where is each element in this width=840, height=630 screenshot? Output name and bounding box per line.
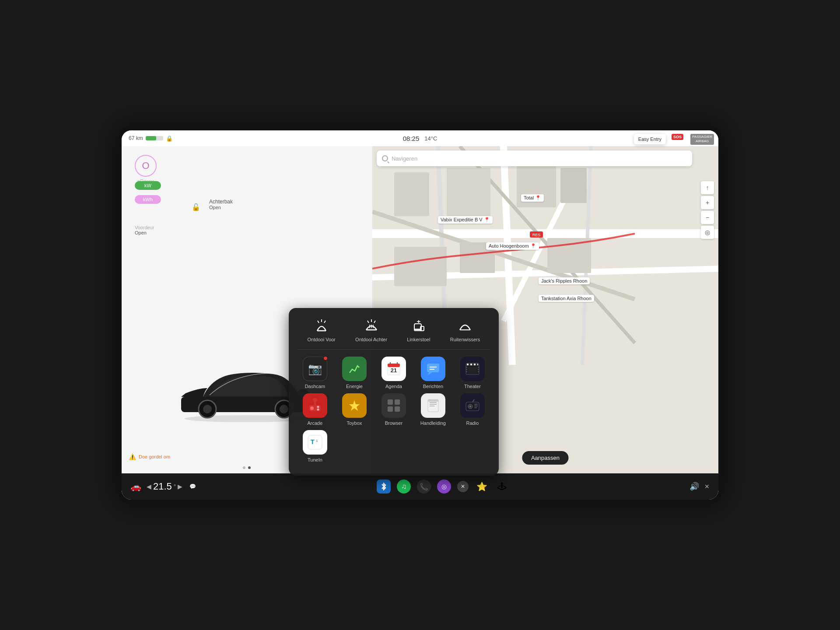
app-radio[interactable]: Radio — [455, 393, 490, 426]
quick-ontdooi-achter[interactable]: Ontdooi Achter — [355, 317, 387, 342]
spotify-icon[interactable]: ♫ — [397, 480, 411, 494]
browser-icon-wrapper — [382, 393, 406, 418]
arcade-taskbar-icon[interactable]: 🕹 — [495, 480, 509, 494]
svg-rect-73 — [395, 399, 400, 405]
aanpassen-button[interactable]: Aanpassen — [522, 451, 568, 465]
ruitenwissers-label: Ruitenwissers — [450, 337, 480, 342]
volume-icon: 🔊 — [690, 482, 699, 491]
app-toybox[interactable]: Toybox — [337, 393, 372, 426]
ruitenwissers-icon — [454, 317, 476, 334]
quick-controls-row: Ontdooi Voor — [298, 317, 490, 350]
map-zoom-in[interactable]: + — [701, 196, 714, 209]
dashcam-icon: 📷 — [308, 362, 322, 376]
taskbar-temperature: 21.5 — [153, 481, 172, 492]
tunein-icon-wrapper: T 1 — [303, 430, 327, 455]
dashcam-label: Dashcam — [305, 384, 325, 389]
linkerstoel-label: Linkerstoel — [407, 337, 430, 342]
temp-display: 14°C — [424, 135, 437, 142]
achterbak-label: Achterbak Open — [209, 199, 233, 210]
berichten-icon-wrapper — [421, 357, 445, 381]
lock-body-icon: 🔓 — [192, 203, 200, 211]
handleiding-manual-icon — [426, 398, 441, 413]
svg-text:1: 1 — [316, 439, 318, 443]
svg-rect-57 — [466, 367, 467, 368]
map-controls: ↑ + − ◎ — [701, 181, 714, 239]
close-button[interactable]: ✕ — [457, 481, 469, 492]
taskbar-chat-icon: 💬 — [189, 483, 196, 490]
svg-point-65 — [310, 406, 314, 410]
quick-ruitenwissers[interactable]: Ruitenwissers — [450, 317, 480, 342]
svg-rect-19 — [560, 168, 587, 203]
app-theater[interactable]: Theater — [455, 357, 490, 389]
svg-marker-48 — [427, 372, 432, 375]
browser-grid-icon — [386, 398, 401, 413]
voordeur-label: Voordeur Open — [135, 225, 154, 235]
tesla-logo: O — [135, 155, 157, 177]
app-browser[interactable]: Browser — [376, 393, 411, 426]
mute-icon: ✕ — [704, 483, 710, 490]
svg-rect-80 — [428, 399, 438, 402]
svg-line-35 — [374, 321, 375, 323]
map-location[interactable]: ◎ — [701, 226, 714, 239]
search-bar[interactable]: Navigeren — [377, 150, 692, 166]
map-zoom-out[interactable]: − — [701, 211, 714, 224]
media-icon[interactable]: ◎ — [437, 480, 451, 494]
theater-film-icon — [465, 361, 480, 377]
svg-rect-62 — [478, 371, 479, 372]
ontdooi-achter-label: Ontdooi Achter — [355, 337, 387, 342]
app-berichten[interactable]: Berichten — [416, 357, 451, 389]
ontdooi-voor-icon — [311, 317, 332, 334]
svg-point-67 — [317, 409, 319, 411]
warning-icon: ⚠️ — [129, 453, 136, 460]
arcade-icon-wrapper — [303, 393, 327, 418]
airbag-badge: PASSAGIERAIRBAG — [690, 134, 714, 145]
svg-text:21: 21 — [391, 367, 397, 374]
app-handleiding[interactable]: Handleiding — [416, 393, 451, 426]
lock-icon: 🔒 — [166, 135, 173, 142]
map-label-total: Total 📍 — [521, 194, 544, 202]
chip-kwh: kWh — [135, 195, 161, 204]
app-arcade[interactable]: Arcade — [298, 393, 332, 426]
app-agenda[interactable]: 21 Agenda — [376, 357, 411, 389]
arcade-joystick-icon — [308, 398, 322, 413]
app-energie[interactable]: Energie — [337, 357, 372, 389]
radio-icon — [465, 398, 480, 413]
svg-rect-84 — [474, 404, 478, 405]
app-tunein[interactable]: T 1 TuneIn — [298, 430, 332, 462]
map-label-jacks: Jack's Ripples Rhoon — [539, 277, 590, 284]
agenda-calendar-icon: 21 — [386, 361, 402, 377]
svg-point-4 — [280, 405, 288, 413]
dashcam-badge — [323, 356, 328, 360]
dashcam-icon-wrapper: 📷 — [303, 357, 327, 381]
svg-point-2 — [203, 405, 212, 413]
map-north-btn[interactable]: ↑ — [701, 181, 714, 194]
toybox-taskbar-icon[interactable]: ⭐ — [475, 480, 489, 494]
taskbar-temp-area: ◀ 21.5 ° ▶ — [147, 481, 182, 492]
bluetooth-icon[interactable] — [377, 480, 391, 494]
svg-rect-63 — [468, 367, 477, 374]
svg-rect-53 — [467, 364, 469, 365]
status-left: 67 km 🔒 — [129, 135, 173, 142]
svg-text:T: T — [311, 438, 315, 445]
svg-point-69 — [313, 398, 317, 402]
energie-icon-wrapper — [342, 357, 367, 381]
time-display: 08:25 — [403, 135, 420, 142]
taskbar-degree: ° — [174, 483, 176, 490]
svg-rect-86 — [474, 407, 477, 408]
handleiding-icon-wrapper — [421, 393, 445, 418]
easy-entry-tooltip: Easy Entry — [634, 134, 666, 144]
quick-ontdooi-voor[interactable]: Ontdooi Voor — [308, 317, 336, 342]
ontdooi-voor-label: Ontdooi Voor — [308, 337, 336, 342]
quick-linkerstoel[interactable]: Linkerstoel — [407, 317, 430, 342]
app-dashcam[interactable]: 📷 Dashcam — [298, 357, 332, 389]
map-label-tankstation: Tankstation Axia Rhoon — [539, 295, 594, 302]
map-label-hoogenboom: Auto Hoogenboom 📍 — [486, 242, 539, 250]
phone-icon[interactable]: 📞 — [417, 480, 431, 494]
svg-rect-22 — [547, 238, 591, 273]
svg-rect-54 — [470, 364, 472, 365]
screen-inner: 67 km 🔒 08:25 14°C Easy Entry SOS PASSAG… — [122, 130, 718, 500]
bluetooth-svg — [381, 483, 387, 490]
svg-line-87 — [472, 399, 474, 402]
svg-rect-58 — [466, 369, 467, 370]
status-bar: 67 km 🔒 08:25 14°C Easy Entry SOS PASSAG… — [122, 130, 718, 146]
